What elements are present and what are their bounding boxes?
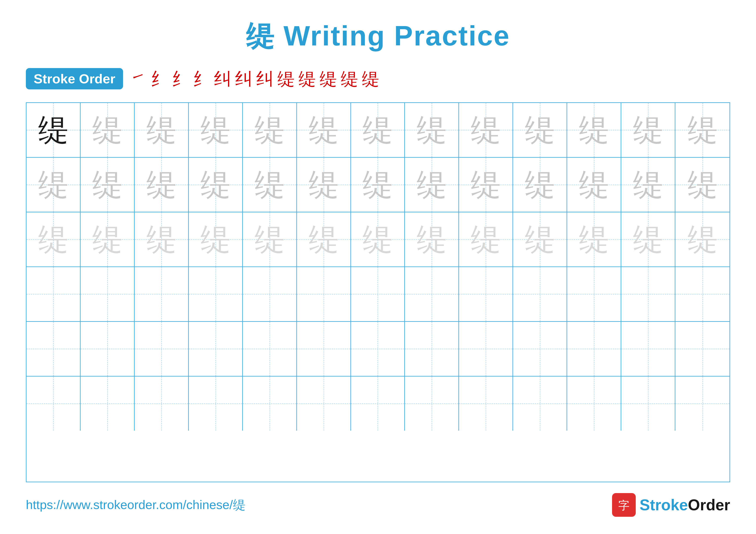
cell-2-2: 缇 bbox=[81, 158, 135, 212]
stroke-8: 缇 bbox=[277, 70, 295, 88]
cell-1-6: 缇 bbox=[297, 103, 351, 157]
cell-6-12[interactable] bbox=[621, 376, 675, 431]
cell-4-12[interactable] bbox=[621, 267, 675, 321]
page: 缇 Writing Practice Stroke Order ㇀ 纟 纟 纟 … bbox=[0, 0, 756, 534]
cell-6-3[interactable] bbox=[135, 376, 189, 431]
svg-text:字: 字 bbox=[618, 499, 630, 512]
cell-4-10[interactable] bbox=[513, 267, 567, 321]
cell-2-5: 缇 bbox=[243, 158, 297, 212]
cell-1-2: 缇 bbox=[81, 103, 135, 157]
stroke-3: 纟 bbox=[172, 70, 189, 88]
stroke-1: ㇀ bbox=[129, 70, 147, 88]
cell-1-12: 缇 bbox=[621, 103, 675, 157]
footer: https://www.strokeorder.com/chinese/缇 字 … bbox=[26, 493, 730, 517]
cell-1-8: 缇 bbox=[405, 103, 459, 157]
cell-1-7: 缇 bbox=[351, 103, 405, 157]
cell-5-13[interactable] bbox=[675, 322, 729, 376]
cell-1-1: 缇 bbox=[27, 103, 81, 157]
cell-5-2[interactable] bbox=[81, 322, 135, 376]
cell-3-8: 缇 bbox=[405, 213, 459, 267]
cell-1-3: 缇 bbox=[135, 103, 189, 157]
grid-row-2: 缇 缇 缇 缇 缇 缇 缇 缇 缇 缇 缇 缇 缇 bbox=[27, 158, 729, 213]
stroke-11: 缇 bbox=[341, 70, 358, 88]
cell-6-13[interactable] bbox=[675, 376, 729, 431]
cell-2-4: 缇 bbox=[189, 158, 243, 212]
cell-2-7: 缇 bbox=[351, 158, 405, 212]
cell-3-1: 缇 bbox=[27, 213, 81, 267]
page-title: 缇 Writing Practice bbox=[246, 17, 510, 55]
cell-6-8[interactable] bbox=[405, 376, 459, 431]
stroke-12: 缇 bbox=[362, 70, 379, 88]
cell-5-9[interactable] bbox=[459, 322, 513, 376]
stroke-order-badge: Stroke Order bbox=[26, 68, 123, 89]
cell-6-4[interactable] bbox=[189, 376, 243, 431]
cell-5-3[interactable] bbox=[135, 322, 189, 376]
cell-4-5[interactable] bbox=[243, 267, 297, 321]
cell-2-12: 缇 bbox=[621, 158, 675, 212]
cell-6-7[interactable] bbox=[351, 376, 405, 431]
cell-5-11[interactable] bbox=[567, 322, 621, 376]
grid-row-5 bbox=[27, 322, 729, 376]
grid-row-1: 缇 缇 缇 缇 缇 缇 缇 缇 缇 缇 缇 缇 缇 bbox=[27, 103, 729, 158]
cell-2-3: 缇 bbox=[135, 158, 189, 212]
cell-1-5: 缇 bbox=[243, 103, 297, 157]
cell-3-3: 缇 bbox=[135, 213, 189, 267]
cell-4-7[interactable] bbox=[351, 267, 405, 321]
stroke-5: 纠 bbox=[214, 70, 231, 88]
char-dark: 缇 bbox=[38, 110, 68, 150]
cell-1-4: 缇 bbox=[189, 103, 243, 157]
footer-url[interactable]: https://www.strokeorder.com/chinese/缇 bbox=[26, 496, 245, 513]
cell-6-11[interactable] bbox=[567, 376, 621, 431]
stroke-7: 纠 bbox=[256, 70, 274, 88]
cell-4-13[interactable] bbox=[675, 267, 729, 321]
stroke-9: 缇 bbox=[298, 70, 316, 88]
cell-4-4[interactable] bbox=[189, 267, 243, 321]
cell-5-12[interactable] bbox=[621, 322, 675, 376]
footer-logo: 字 StrokeOrder bbox=[612, 493, 730, 517]
footer-logo-text: StrokeOrder bbox=[640, 496, 730, 514]
cell-2-13: 缇 bbox=[675, 158, 729, 212]
stroke-chars: ㇀ 纟 纟 纟 纠 纠 纠 缇 缇 缇 缇 缇 bbox=[129, 70, 379, 88]
cell-5-4[interactable] bbox=[189, 322, 243, 376]
cell-3-12: 缇 bbox=[621, 213, 675, 267]
cell-5-7[interactable] bbox=[351, 322, 405, 376]
stroke-6: 纠 bbox=[235, 70, 252, 88]
cell-5-1[interactable] bbox=[27, 322, 81, 376]
cell-2-6: 缇 bbox=[297, 158, 351, 212]
cell-1-11: 缇 bbox=[567, 103, 621, 157]
cell-5-8[interactable] bbox=[405, 322, 459, 376]
grid-row-3: 缇 缇 缇 缇 缇 缇 缇 缇 缇 缇 缇 缇 缇 bbox=[27, 213, 729, 267]
cell-3-11: 缇 bbox=[567, 213, 621, 267]
cell-4-2[interactable] bbox=[81, 267, 135, 321]
cell-4-1[interactable] bbox=[27, 267, 81, 321]
stroke-2: 纟 bbox=[150, 70, 168, 88]
cell-4-6[interactable] bbox=[297, 267, 351, 321]
cell-1-10: 缇 bbox=[513, 103, 567, 157]
logo-svg: 字 bbox=[615, 496, 633, 514]
cell-5-10[interactable] bbox=[513, 322, 567, 376]
cell-6-6[interactable] bbox=[297, 376, 351, 431]
cell-3-6: 缇 bbox=[297, 213, 351, 267]
cell-6-1[interactable] bbox=[27, 376, 81, 431]
stroke-10: 缇 bbox=[320, 70, 337, 88]
cell-3-13: 缇 bbox=[675, 213, 729, 267]
grid-row-4 bbox=[27, 267, 729, 322]
cell-1-13: 缇 bbox=[675, 103, 729, 157]
cell-6-9[interactable] bbox=[459, 376, 513, 431]
cell-2-11: 缇 bbox=[567, 158, 621, 212]
cell-2-10: 缇 bbox=[513, 158, 567, 212]
cell-6-5[interactable] bbox=[243, 376, 297, 431]
practice-grid: 缇 缇 缇 缇 缇 缇 缇 缇 缇 缇 缇 缇 缇 缇 缇 缇 缇 缇 缇 缇 … bbox=[26, 102, 730, 482]
cell-4-9[interactable] bbox=[459, 267, 513, 321]
cell-4-3[interactable] bbox=[135, 267, 189, 321]
cell-1-9: 缇 bbox=[459, 103, 513, 157]
cell-4-8[interactable] bbox=[405, 267, 459, 321]
cell-5-5[interactable] bbox=[243, 322, 297, 376]
cell-6-10[interactable] bbox=[513, 376, 567, 431]
cell-6-2[interactable] bbox=[81, 376, 135, 431]
cell-5-6[interactable] bbox=[297, 322, 351, 376]
cell-4-11[interactable] bbox=[567, 267, 621, 321]
cell-3-4: 缇 bbox=[189, 213, 243, 267]
cell-2-9: 缇 bbox=[459, 158, 513, 212]
cell-3-7: 缇 bbox=[351, 213, 405, 267]
